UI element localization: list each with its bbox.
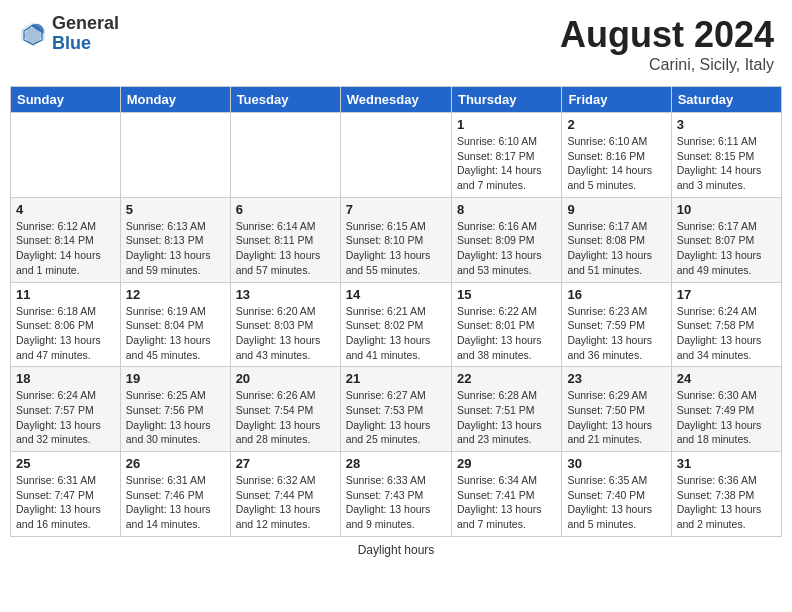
calendar-table: Sunday Monday Tuesday Wednesday Thursday…	[10, 86, 782, 537]
day-cell-7: 4Sunrise: 6:12 AM Sunset: 8:14 PM Daylig…	[11, 197, 121, 282]
day-cell-1	[120, 113, 230, 198]
week-row-2: 4Sunrise: 6:12 AM Sunset: 8:14 PM Daylig…	[11, 197, 782, 282]
footer: Daylight hours	[10, 543, 782, 557]
day-number-6: 6	[236, 202, 335, 217]
day-cell-11: 8Sunrise: 6:16 AM Sunset: 8:09 PM Daylig…	[451, 197, 561, 282]
day-cell-26: 23Sunrise: 6:29 AM Sunset: 7:50 PM Dayli…	[562, 367, 671, 452]
day-info-21: Sunrise: 6:27 AM Sunset: 7:53 PM Dayligh…	[346, 388, 446, 447]
day-info-23: Sunrise: 6:29 AM Sunset: 7:50 PM Dayligh…	[567, 388, 665, 447]
day-info-11: Sunrise: 6:18 AM Sunset: 8:06 PM Dayligh…	[16, 304, 115, 363]
logo-general-text: General	[52, 14, 119, 34]
day-number-4: 4	[16, 202, 115, 217]
day-number-21: 21	[346, 371, 446, 386]
day-info-8: Sunrise: 6:16 AM Sunset: 8:09 PM Dayligh…	[457, 219, 556, 278]
day-info-27: Sunrise: 6:32 AM Sunset: 7:44 PM Dayligh…	[236, 473, 335, 532]
day-info-22: Sunrise: 6:28 AM Sunset: 7:51 PM Dayligh…	[457, 388, 556, 447]
day-info-29: Sunrise: 6:34 AM Sunset: 7:41 PM Dayligh…	[457, 473, 556, 532]
day-cell-0	[11, 113, 121, 198]
week-row-3: 11Sunrise: 6:18 AM Sunset: 8:06 PM Dayli…	[11, 282, 782, 367]
day-cell-24: 21Sunrise: 6:27 AM Sunset: 7:53 PM Dayli…	[340, 367, 451, 452]
day-cell-9: 6Sunrise: 6:14 AM Sunset: 8:11 PM Daylig…	[230, 197, 340, 282]
header-friday: Friday	[562, 87, 671, 113]
day-number-2: 2	[567, 117, 665, 132]
header-wednesday: Wednesday	[340, 87, 451, 113]
day-info-31: Sunrise: 6:36 AM Sunset: 7:38 PM Dayligh…	[677, 473, 776, 532]
day-cell-8: 5Sunrise: 6:13 AM Sunset: 8:13 PM Daylig…	[120, 197, 230, 282]
day-number-31: 31	[677, 456, 776, 471]
page-container: General Blue August 2024 Carini, Sicily,…	[10, 10, 782, 557]
day-number-15: 15	[457, 287, 556, 302]
day-number-26: 26	[126, 456, 225, 471]
day-number-17: 17	[677, 287, 776, 302]
day-cell-17: 14Sunrise: 6:21 AM Sunset: 8:02 PM Dayli…	[340, 282, 451, 367]
header-thursday: Thursday	[451, 87, 561, 113]
day-number-7: 7	[346, 202, 446, 217]
day-number-18: 18	[16, 371, 115, 386]
day-cell-30: 27Sunrise: 6:32 AM Sunset: 7:44 PM Dayli…	[230, 452, 340, 537]
day-cell-29: 26Sunrise: 6:31 AM Sunset: 7:46 PM Dayli…	[120, 452, 230, 537]
day-number-27: 27	[236, 456, 335, 471]
day-cell-31: 28Sunrise: 6:33 AM Sunset: 7:43 PM Dayli…	[340, 452, 451, 537]
day-number-14: 14	[346, 287, 446, 302]
logo-icon	[18, 19, 48, 49]
day-number-3: 3	[677, 117, 776, 132]
day-number-28: 28	[346, 456, 446, 471]
day-number-16: 16	[567, 287, 665, 302]
day-info-15: Sunrise: 6:22 AM Sunset: 8:01 PM Dayligh…	[457, 304, 556, 363]
day-info-28: Sunrise: 6:33 AM Sunset: 7:43 PM Dayligh…	[346, 473, 446, 532]
day-cell-10: 7Sunrise: 6:15 AM Sunset: 8:10 PM Daylig…	[340, 197, 451, 282]
header-monday: Monday	[120, 87, 230, 113]
footer-label: Daylight hours	[358, 543, 435, 557]
day-number-24: 24	[677, 371, 776, 386]
day-info-9: Sunrise: 6:17 AM Sunset: 8:08 PM Dayligh…	[567, 219, 665, 278]
day-info-14: Sunrise: 6:21 AM Sunset: 8:02 PM Dayligh…	[346, 304, 446, 363]
day-number-11: 11	[16, 287, 115, 302]
day-cell-23: 20Sunrise: 6:26 AM Sunset: 7:54 PM Dayli…	[230, 367, 340, 452]
day-number-20: 20	[236, 371, 335, 386]
day-cell-25: 22Sunrise: 6:28 AM Sunset: 7:51 PM Dayli…	[451, 367, 561, 452]
day-cell-2	[230, 113, 340, 198]
day-cell-16: 13Sunrise: 6:20 AM Sunset: 8:03 PM Dayli…	[230, 282, 340, 367]
day-cell-21: 18Sunrise: 6:24 AM Sunset: 7:57 PM Dayli…	[11, 367, 121, 452]
day-number-5: 5	[126, 202, 225, 217]
day-cell-22: 19Sunrise: 6:25 AM Sunset: 7:56 PM Dayli…	[120, 367, 230, 452]
day-number-9: 9	[567, 202, 665, 217]
day-cell-19: 16Sunrise: 6:23 AM Sunset: 7:59 PM Dayli…	[562, 282, 671, 367]
day-info-30: Sunrise: 6:35 AM Sunset: 7:40 PM Dayligh…	[567, 473, 665, 532]
day-cell-5: 2Sunrise: 6:10 AM Sunset: 8:16 PM Daylig…	[562, 113, 671, 198]
day-info-7: Sunrise: 6:15 AM Sunset: 8:10 PM Dayligh…	[346, 219, 446, 278]
day-cell-15: 12Sunrise: 6:19 AM Sunset: 8:04 PM Dayli…	[120, 282, 230, 367]
day-number-8: 8	[457, 202, 556, 217]
day-info-4: Sunrise: 6:12 AM Sunset: 8:14 PM Dayligh…	[16, 219, 115, 278]
day-cell-34: 31Sunrise: 6:36 AM Sunset: 7:38 PM Dayli…	[671, 452, 781, 537]
header-sunday: Sunday	[11, 87, 121, 113]
day-info-6: Sunrise: 6:14 AM Sunset: 8:11 PM Dayligh…	[236, 219, 335, 278]
day-cell-12: 9Sunrise: 6:17 AM Sunset: 8:08 PM Daylig…	[562, 197, 671, 282]
day-info-1: Sunrise: 6:10 AM Sunset: 8:17 PM Dayligh…	[457, 134, 556, 193]
day-cell-32: 29Sunrise: 6:34 AM Sunset: 7:41 PM Dayli…	[451, 452, 561, 537]
day-number-30: 30	[567, 456, 665, 471]
day-cell-4: 1Sunrise: 6:10 AM Sunset: 8:17 PM Daylig…	[451, 113, 561, 198]
logo-text: General Blue	[52, 14, 119, 54]
day-number-19: 19	[126, 371, 225, 386]
day-cell-14: 11Sunrise: 6:18 AM Sunset: 8:06 PM Dayli…	[11, 282, 121, 367]
day-info-18: Sunrise: 6:24 AM Sunset: 7:57 PM Dayligh…	[16, 388, 115, 447]
day-cell-20: 17Sunrise: 6:24 AM Sunset: 7:58 PM Dayli…	[671, 282, 781, 367]
day-info-24: Sunrise: 6:30 AM Sunset: 7:49 PM Dayligh…	[677, 388, 776, 447]
week-row-5: 25Sunrise: 6:31 AM Sunset: 7:47 PM Dayli…	[11, 452, 782, 537]
day-info-26: Sunrise: 6:31 AM Sunset: 7:46 PM Dayligh…	[126, 473, 225, 532]
day-cell-33: 30Sunrise: 6:35 AM Sunset: 7:40 PM Dayli…	[562, 452, 671, 537]
day-cell-6: 3Sunrise: 6:11 AM Sunset: 8:15 PM Daylig…	[671, 113, 781, 198]
day-cell-3	[340, 113, 451, 198]
day-info-10: Sunrise: 6:17 AM Sunset: 8:07 PM Dayligh…	[677, 219, 776, 278]
day-number-10: 10	[677, 202, 776, 217]
day-info-17: Sunrise: 6:24 AM Sunset: 7:58 PM Dayligh…	[677, 304, 776, 363]
day-info-20: Sunrise: 6:26 AM Sunset: 7:54 PM Dayligh…	[236, 388, 335, 447]
day-info-5: Sunrise: 6:13 AM Sunset: 8:13 PM Dayligh…	[126, 219, 225, 278]
day-cell-13: 10Sunrise: 6:17 AM Sunset: 8:07 PM Dayli…	[671, 197, 781, 282]
day-info-19: Sunrise: 6:25 AM Sunset: 7:56 PM Dayligh…	[126, 388, 225, 447]
logo: General Blue	[18, 14, 119, 54]
location: Carini, Sicily, Italy	[560, 56, 774, 74]
day-number-22: 22	[457, 371, 556, 386]
day-cell-28: 25Sunrise: 6:31 AM Sunset: 7:47 PM Dayli…	[11, 452, 121, 537]
